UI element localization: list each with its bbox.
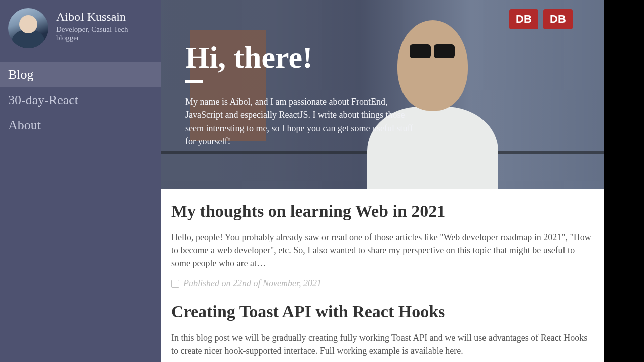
post-excerpt: Hello, people! You probably already saw …: [171, 231, 594, 270]
profile-text: Aibol Kussain Developer, Casual Tech blo…: [56, 8, 153, 42]
post-excerpt: In this blog post we will be gradually c…: [171, 331, 594, 357]
hero-title: Hi, there!: [185, 41, 419, 74]
hero-accent: [185, 80, 203, 83]
content: DB DB Hi, there! My name is Aibol, and I…: [161, 0, 604, 362]
post-meta: Published on 22nd of November, 2021: [171, 278, 594, 289]
hero-inner: Hi, there! My name is Aibol, and I am pa…: [161, 41, 443, 147]
content-wrap: DB DB Hi, there! My name is Aibol, and I…: [161, 0, 644, 362]
post-item: Creating Toast API with React Hooks In t…: [171, 302, 594, 357]
db-sign: DB: [509, 9, 538, 29]
profile-tagline: Developer, Casual Tech blogger: [56, 25, 153, 42]
nav-about[interactable]: About: [0, 113, 161, 138]
calendar-icon: [171, 280, 179, 288]
post-title[interactable]: Creating Toast API with React Hooks: [171, 302, 594, 322]
avatar: [8, 8, 48, 48]
db-sign: DB: [543, 9, 573, 29]
post-item: My thoughts on learning Web in 2021 Hell…: [171, 201, 594, 289]
hero: DB DB Hi, there! My name is Aibol, and I…: [161, 0, 604, 189]
hero-body: My name is Aibol, and I am passionate ab…: [185, 95, 419, 147]
nav-blog[interactable]: Blog: [0, 62, 161, 87]
posts-list: My thoughts on learning Web in 2021 Hell…: [161, 189, 604, 362]
post-date: Published on 22nd of November, 2021: [183, 278, 321, 289]
nav-30-day-react[interactable]: 30-day-React: [0, 87, 161, 113]
profile-name: Aibol Kussain: [56, 10, 153, 23]
post-title[interactable]: My thoughts on learning Web in 2021: [171, 201, 594, 222]
sidebar: Aibol Kussain Developer, Casual Tech blo…: [0, 0, 161, 362]
profile: Aibol Kussain Developer, Casual Tech blo…: [0, 0, 161, 62]
